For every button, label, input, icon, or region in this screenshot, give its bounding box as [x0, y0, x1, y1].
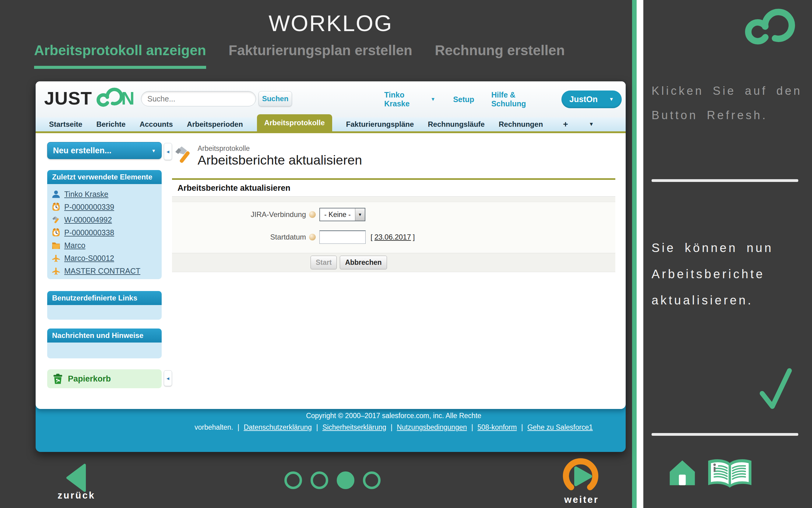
separator: | — [316, 423, 318, 431]
next-button-label[interactable]: weiter — [551, 494, 612, 505]
logo-text-just: JUST — [44, 88, 92, 109]
search-input[interactable] — [147, 94, 250, 103]
list-item[interactable]: Marco-S00012 — [51, 252, 159, 264]
divider-line — [652, 179, 798, 182]
app-footer: Copyright © 2000–2017 salesforce.com, in… — [172, 410, 615, 433]
custom-links-body — [47, 305, 162, 320]
green-divider — [632, 0, 637, 508]
back-arrow-icon[interactable] — [64, 463, 87, 493]
page-title: WORKLOG — [0, 10, 661, 36]
juston-logo: JUST N — [44, 87, 135, 109]
list-item[interactable]: P-0000000338 — [51, 226, 159, 239]
recent-link[interactable]: MASTER CONTRACT — [64, 267, 140, 276]
separator: | — [521, 423, 523, 431]
nav-tab-arbeitsperioden[interactable]: Arbeitsperioden — [187, 120, 243, 129]
nav-tab-arbeitsprotokolle[interactable]: Arbeitsprotokolle — [257, 114, 332, 131]
messages-header: Nachrichten und Hinweise — [47, 329, 162, 342]
recent-items-header: Zuletzt verwendete Elemente — [47, 170, 162, 184]
list-item[interactable]: Tinko Kraske — [51, 188, 159, 201]
next-button-icon[interactable] — [561, 458, 601, 495]
privacy-link[interactable]: Datenschutzerklärung — [244, 423, 312, 431]
tutorial-page: WORKLOG Arbeitsprotokoll anzeigen Faktur… — [0, 0, 812, 508]
help-link[interactable]: Hilfe & Schulung — [491, 90, 547, 108]
recycle-bin[interactable]: Papierkorb — [47, 369, 162, 388]
user-menu[interactable]: Tinko Kraske ▼ — [384, 90, 435, 108]
help-icon[interactable] — [309, 234, 316, 241]
progress-dot[interactable] — [311, 471, 328, 489]
nav-tab-startseite[interactable]: Startseite — [49, 120, 82, 129]
hammer-icon — [51, 215, 60, 224]
search-button[interactable]: Suchen — [258, 91, 292, 107]
chevron-down-icon: ▼ — [355, 208, 365, 221]
security-link[interactable]: Sicherheitserklärung — [323, 423, 386, 431]
help-icon[interactable] — [309, 211, 316, 218]
progress-dot[interactable] — [363, 471, 381, 489]
tab-fakturierungsplan-erstellen[interactable]: Fakturierungsplan erstellen — [229, 42, 412, 69]
nav-tab-rechnungen[interactable]: Rechnungen — [499, 120, 543, 129]
list-item[interactable]: MASTER CONTRACT — [51, 264, 159, 277]
start-date-input[interactable] — [319, 230, 366, 244]
app-selector[interactable]: JustOn ▼ — [562, 90, 622, 108]
create-new-button[interactable]: Neu erstellen... ▼ — [47, 142, 162, 159]
tab-arbeitsprotokoll-anzeigen[interactable]: Arbeitsprotokoll anzeigen — [34, 42, 206, 69]
plane-icon — [51, 266, 60, 276]
nav-tab-rechnungslaeufe[interactable]: Rechnungsläufe — [428, 120, 485, 129]
recent-link[interactable]: P-0000000338 — [64, 228, 114, 237]
footer-links-line: vorbehalten. | Datenschutzerklärung | Si… — [172, 421, 615, 433]
button-bar: Start Abbrechen — [172, 253, 615, 272]
sidebar-collapse-button[interactable]: ◄ — [164, 143, 172, 160]
tab-rechnung-erstellen[interactable]: Rechnung erstellen — [435, 42, 565, 69]
list-item[interactable]: P-0000000339 — [51, 201, 159, 213]
cloud-logo-icon — [740, 8, 799, 48]
bracket-open: [ — [371, 233, 373, 241]
jira-connection-value: - Keine - — [320, 211, 355, 219]
record-page-title: Arbeitsberichte aktualisieren — [198, 153, 362, 168]
start-button[interactable]: Start — [311, 256, 337, 269]
setup-link[interactable]: Setup — [453, 95, 474, 104]
add-tab-icon[interactable]: + — [563, 120, 568, 129]
logo-text-n: N — [121, 88, 134, 109]
recent-link[interactable]: W-000004992 — [64, 215, 112, 224]
separator: | — [471, 423, 473, 431]
salesforce1-link[interactable]: Gehe zu Salesforce1 — [527, 423, 593, 431]
header-links: Tinko Kraske ▼ Setup Hilfe & Schulung Ju… — [384, 81, 622, 117]
back-button-label[interactable]: zurück — [46, 490, 107, 501]
trash-icon — [52, 373, 64, 385]
step-tabs: Arbeitsprotokoll anzeigen Fakturierungsp… — [34, 42, 565, 69]
jira-connection-select[interactable]: - Keine - ▼ — [319, 208, 365, 221]
separator: | — [237, 423, 239, 431]
today-date-link[interactable]: 23.06.2017 — [375, 233, 411, 241]
recent-link[interactable]: Tinko Kraske — [64, 190, 108, 199]
progress-dot[interactable] — [284, 471, 302, 489]
section-title: Arbeitsberichte aktualisieren — [172, 180, 615, 197]
clock-icon — [51, 228, 60, 237]
compliance-link[interactable]: 508-konform — [477, 423, 517, 431]
book-icon[interactable] — [707, 458, 753, 490]
white-divider — [637, 0, 643, 508]
instruction-note: Klicken Sie auf den Button Refresh. — [652, 79, 805, 127]
terms-link[interactable]: Nutzungsbedingungen — [397, 423, 467, 431]
app-header: JUST N Suchen Tinko Kraske — [36, 81, 626, 117]
copyright-line: Copyright © 2000–2017 salesforce.com, in… — [172, 410, 615, 421]
cloud-logo-icon — [94, 87, 126, 109]
cancel-button[interactable]: Abbrechen — [340, 256, 387, 269]
checkmark-icon — [759, 366, 793, 411]
nav-tab-berichte[interactable]: Berichte — [96, 120, 126, 129]
recent-link[interactable]: Marco — [64, 241, 85, 250]
start-date-label: Startdatum — [172, 233, 306, 241]
home-icon[interactable] — [669, 459, 696, 486]
list-item[interactable]: W-000004992 — [51, 213, 159, 226]
folder-icon — [51, 241, 60, 250]
bin-collapse-button[interactable]: ◄ — [164, 370, 172, 386]
chevron-down-icon[interactable]: ▼ — [589, 121, 594, 127]
nav-tab-accounts[interactable]: Accounts — [139, 120, 173, 129]
recent-link[interactable]: P-0000000339 — [64, 203, 114, 211]
recent-link[interactable]: Marco-S00012 — [64, 254, 114, 263]
chevron-down-icon: ▼ — [151, 148, 156, 153]
progress-dot-active[interactable] — [337, 471, 354, 489]
create-new-label: Neu erstellen... — [53, 146, 111, 156]
clock-icon — [51, 202, 60, 211]
nav-tab-fakturierungsplaene[interactable]: Fakturierungspläne — [346, 120, 414, 129]
list-item[interactable]: Marco — [51, 239, 159, 252]
update-worklogs-panel: Arbeitsberichte aktualisieren JIRA-Verbi… — [172, 178, 615, 272]
